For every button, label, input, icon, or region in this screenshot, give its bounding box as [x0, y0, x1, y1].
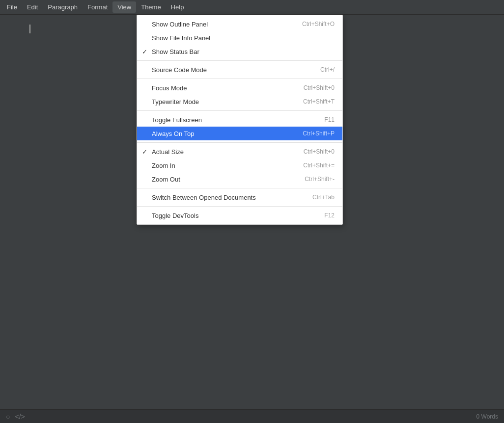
dropdown-item-label: Show File Info Panel — [152, 34, 335, 42]
dropdown-item-label: Focus Mode — [152, 84, 294, 92]
dropdown-separator — [137, 206, 342, 207]
dropdown-item-label: Zoom In — [152, 162, 293, 169]
dropdown-item-zoom-out[interactable]: Zoom OutCtrl+Shift+- — [137, 172, 342, 186]
dropdown-item-shortcut: Ctrl+Shift+= — [303, 162, 335, 169]
dropdown-item-always-on-top[interactable]: Always On TopCtrl+Shift+P — [137, 127, 342, 140]
text-cursor — [29, 25, 30, 33]
menu-edit[interactable]: Edit — [22, 1, 43, 13]
dropdown-item-source-code-mode[interactable]: Source Code ModeCtrl+/ — [137, 63, 342, 77]
dropdown-item-shortcut: Ctrl+Shift+- — [305, 176, 335, 183]
dropdown-item-show-outline-panel[interactable]: Show Outline PanelCtrl+Shift+O — [137, 17, 342, 31]
menu-paragraph[interactable]: Paragraph — [43, 1, 83, 13]
dropdown-item-label: Toggle DevTools — [152, 212, 314, 219]
dropdown-item-shortcut: Ctrl+Shift+T — [303, 98, 335, 105]
dropdown-item-label: Actual Size — [152, 148, 294, 156]
dropdown-item-shortcut: F12 — [324, 212, 335, 219]
dropdown-item-toggle-devtools[interactable]: Toggle DevToolsF12 — [137, 209, 342, 222]
dropdown-item-shortcut: Ctrl+Shift+0 — [304, 84, 335, 91]
dropdown-item-shortcut: Ctrl+Tab — [312, 194, 335, 201]
dropdown-separator — [137, 110, 342, 111]
dropdown-item-shortcut: Ctrl+Shift+P — [303, 130, 335, 137]
dropdown-item-label: Switch Between Opened Documents — [152, 194, 303, 201]
dropdown-item-label: Typewriter Mode — [152, 98, 293, 106]
dropdown-item-focus-mode[interactable]: Focus ModeCtrl+Shift+0 — [137, 81, 342, 95]
dropdown-item-show-file-info-panel[interactable]: Show File Info Panel — [137, 31, 342, 45]
circle-icon[interactable]: ○ — [6, 413, 10, 421]
dropdown-item-label: Zoom Out — [152, 176, 295, 183]
dropdown-item-shortcut: Ctrl+Shift+O — [302, 21, 335, 27]
dropdown-item-label: Toggle Fullscreen — [152, 116, 314, 124]
menu-view[interactable]: View — [112, 1, 136, 13]
dropdown-item-label: Show Status Bar — [152, 48, 335, 55]
dropdown-item-typewriter-mode[interactable]: Typewriter ModeCtrl+Shift+T — [137, 95, 342, 108]
menu-help[interactable]: Help — [166, 1, 189, 13]
word-count: 0 Words — [476, 413, 498, 420]
dropdown-item-shortcut: Ctrl+/ — [320, 66, 335, 73]
dropdown-item-shortcut: Ctrl+Shift+0 — [304, 148, 335, 155]
dropdown-separator — [137, 79, 342, 79]
menu-theme[interactable]: Theme — [136, 1, 166, 13]
code-icon[interactable]: </> — [15, 413, 25, 421]
dropdown-item-zoom-in[interactable]: Zoom InCtrl+Shift+= — [137, 159, 342, 172]
dropdown-item-label: Always On Top — [152, 130, 293, 137]
menu-file[interactable]: File — [2, 1, 22, 13]
dropdown-item-toggle-fullscreen[interactable]: Toggle FullscreenF11 — [137, 113, 342, 127]
status-left: ○ </> — [6, 413, 25, 421]
dropdown-item-actual-size[interactable]: ✓Actual SizeCtrl+Shift+0 — [137, 145, 342, 159]
dropdown-item-shortcut: F11 — [324, 116, 335, 123]
dropdown-separator — [137, 142, 342, 143]
dropdown-separator — [137, 188, 342, 188]
dropdown-item-switch-between-opened-documents[interactable]: Switch Between Opened DocumentsCtrl+Tab — [137, 190, 342, 204]
menu-bar: File Edit Paragraph Format View Theme He… — [0, 0, 504, 15]
dropdown-item-show-status-bar[interactable]: ✓Show Status Bar — [137, 45, 342, 58]
status-bar: ○ </> 0 Words — [0, 409, 504, 423]
dropdown-item-label: Source Code Mode — [152, 66, 310, 74]
dropdown-separator — [137, 60, 342, 61]
view-dropdown-menu: Show Outline PanelCtrl+Shift+OShow File … — [137, 15, 343, 225]
dropdown-item-label: Show Outline Panel — [152, 21, 292, 28]
menu-format[interactable]: Format — [83, 1, 112, 13]
